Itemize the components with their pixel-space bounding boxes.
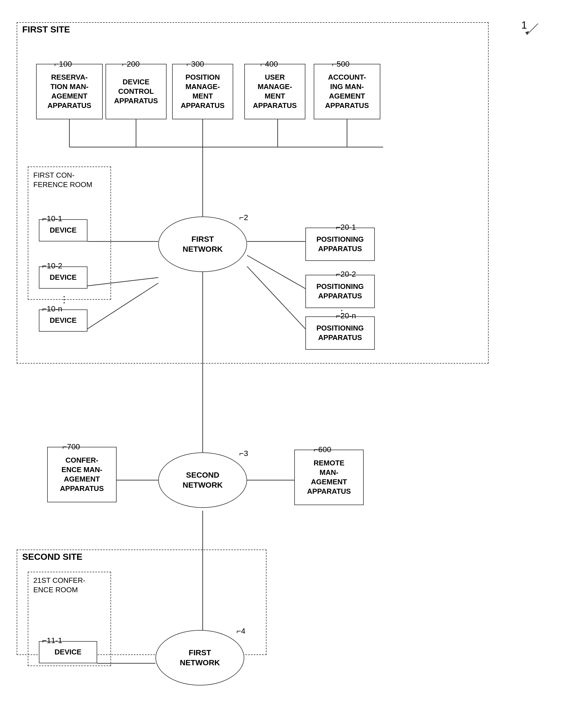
- box-300: POSITIONMANAGE-MENTAPPARATUS: [172, 64, 233, 119]
- ref-500: ⌐500: [332, 60, 350, 69]
- ref-200: ⌐200: [122, 60, 140, 69]
- ref-400: ⌐400: [261, 60, 278, 69]
- box-700: CONFER-ENCE MAN-AGEMENTAPPARATUS: [47, 447, 117, 502]
- box-400: USERMANAGE-MENTAPPARATUS: [244, 64, 305, 119]
- ref-20-n: ⌐20-n: [336, 311, 356, 320]
- ref-net-3: ⌐3: [239, 449, 248, 458]
- ref-11-1: ⌐11-1: [42, 636, 62, 645]
- ref-100: ⌐100: [55, 60, 72, 69]
- second-site-first-network: FIRSTNETWORK: [155, 630, 244, 686]
- ref-10-2: ⌐10-2: [42, 261, 62, 270]
- ref-300: ⌐300: [187, 60, 204, 69]
- first-conference-room-label: FIRST CON-FERENCE ROOM: [33, 171, 92, 189]
- box-100: RESERVA-TION MAN-AGEMENTAPPARATUS: [36, 64, 103, 119]
- box-600: REMOTEMAN-AGEMENTAPPARATUS: [294, 450, 364, 505]
- ref-arrow: [521, 22, 543, 39]
- 21st-conference-room-label: 21ST CONFER-ENCE ROOM: [33, 576, 85, 595]
- ref-600: ⌐600: [314, 445, 331, 454]
- ref-net-4: ⌐4: [236, 627, 245, 636]
- ref-700: ⌐700: [63, 443, 80, 451]
- box-200: DEVICECONTROLAPPARATUS: [105, 64, 166, 119]
- second-site-label: SECOND SITE: [22, 552, 82, 562]
- dots-devices: ⋮: [60, 294, 69, 305]
- positioning-20-n: POSITIONINGAPPARATUS: [305, 316, 375, 350]
- ref-20-1: ⌐20-1: [336, 223, 356, 232]
- second-network: SECONDNETWORK: [158, 452, 247, 508]
- first-network: FIRSTNETWORK: [158, 217, 247, 272]
- ref-10-n: ⌐10-n: [42, 304, 62, 313]
- box-500: ACCOUNT-ING MAN-AGEMENTAPPARATUS: [314, 64, 380, 119]
- positioning-20-1: POSITIONINGAPPARATUS: [305, 228, 375, 261]
- ref-20-2: ⌐20-2: [336, 270, 356, 279]
- ref-net-2: ⌐2: [239, 213, 248, 222]
- positioning-20-2: POSITIONINGAPPARATUS: [305, 275, 375, 308]
- first-site-label: FIRST SITE: [22, 24, 70, 35]
- ref-10-1: ⌐10-1: [42, 214, 62, 223]
- svg-line-0: [527, 23, 538, 35]
